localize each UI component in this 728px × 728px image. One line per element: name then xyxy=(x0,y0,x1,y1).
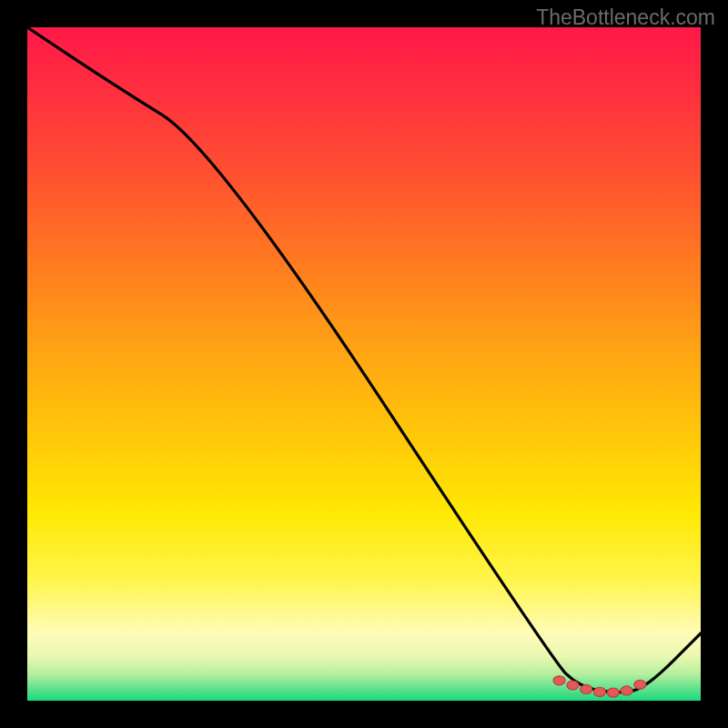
highlight-markers xyxy=(553,676,646,697)
chart-canvas: TheBottleneck.com xyxy=(0,0,728,728)
highlight-marker xyxy=(553,676,565,685)
highlight-marker xyxy=(581,684,592,693)
highlight-marker xyxy=(634,680,646,689)
score-curve xyxy=(27,27,701,693)
highlight-marker xyxy=(594,687,606,696)
highlight-marker xyxy=(607,688,619,697)
highlight-marker xyxy=(567,681,579,690)
attribution-text: TheBottleneck.com xyxy=(536,5,715,30)
highlight-marker xyxy=(621,686,632,695)
chart-overlay xyxy=(27,27,701,701)
